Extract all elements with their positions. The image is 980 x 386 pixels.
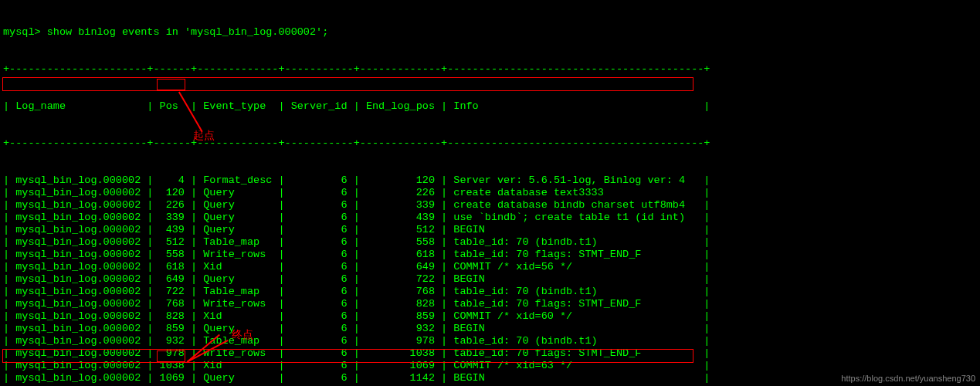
table-row: | mysql_bin_log.000002 | 339 | Query | 6… [3,212,977,224]
table-header: | Log_name | Pos | Event_type | Server_i… [3,100,977,113]
table-row: | mysql_bin_log.000002 | 828 | Xid | 6 |… [3,310,977,323]
table-row: | mysql_bin_log.000002 | 978 | Write_row… [3,347,977,360]
mysql-prompt: mysql> show binlog events in 'mysql_bin_… [3,26,328,39]
table-row: | mysql_bin_log.000002 | 439 | Query | 6… [3,224,977,236]
table-row-text: | mysql_bin_log.000002 | 1038 | Xid | 6 … [3,360,710,372]
table-row-text: | mysql_bin_log.000002 | 226 | Query | 6… [3,199,710,212]
table-row-text: | mysql_bin_log.000002 | 722 | Table_map… [3,286,710,298]
table-border-top: +----------------------+------+---------… [3,63,977,76]
table-row-text: | mysql_bin_log.000002 | 1069 | Query | … [3,372,710,384]
table-row: | mysql_bin_log.000002 | 512 | Table_map… [3,236,977,249]
table-row-text: | mysql_bin_log.000002 | 439 | Query | 6… [3,224,710,236]
table-border-mid: +----------------------+------+---------… [3,137,977,150]
table-row: | mysql_bin_log.000002 | 558 | Write_row… [3,249,977,261]
table-row: | mysql_bin_log.000002 | 859 | Query | 6… [3,323,977,335]
table-row-text: | mysql_bin_log.000002 | 932 | Table_map… [3,335,710,347]
table-row-text: | mysql_bin_log.000002 | 120 | Query | 6… [3,187,710,199]
table-row-text: | mysql_bin_log.000002 | 978 | Write_row… [3,347,710,360]
table-row: | mysql_bin_log.000002 | 722 | Table_map… [3,286,977,298]
table-row: | mysql_bin_log.000002 | 1069 | Query | … [3,372,977,384]
table-row: | mysql_bin_log.000002 | 768 | Write_row… [3,298,977,310]
table-row-text: | mysql_bin_log.000002 | 339 | Query | 6… [3,212,710,224]
table-row: | mysql_bin_log.000002 | 226 | Query | 6… [3,199,977,212]
table-row-text: | mysql_bin_log.000002 | 4 | Format_desc… [3,174,710,187]
table-row: | mysql_bin_log.000002 | 4 | Format_desc… [3,174,977,187]
table-row-text: | mysql_bin_log.000002 | 859 | Query | 6… [3,323,710,335]
table-row-text: | mysql_bin_log.000002 | 618 | Xid | 6 |… [3,261,710,273]
watermark: https://blog.csdn.net/yuansheng730 [841,372,975,384]
table-row-text: | mysql_bin_log.000002 | 649 | Query | 6… [3,273,710,286]
table-row: | mysql_bin_log.000002 | 649 | Query | 6… [3,273,977,286]
table-row: | mysql_bin_log.000002 | 618 | Xid | 6 |… [3,261,977,273]
prompt-line: mysql> show binlog events in 'mysql_bin_… [3,26,977,39]
table-row-text: | mysql_bin_log.000002 | 512 | Table_map… [3,236,710,249]
table-row-text: | mysql_bin_log.000002 | 768 | Write_row… [3,298,710,310]
table-row-text: | mysql_bin_log.000002 | 828 | Xid | 6 |… [3,310,710,323]
table-row: | mysql_bin_log.000002 | 1038 | Xid | 6 … [3,360,977,372]
terminal-output[interactable]: mysql> show binlog events in 'mysql_bin_… [0,0,980,386]
table-row: | mysql_bin_log.000002 | 932 | Table_map… [3,335,977,347]
table-row: | mysql_bin_log.000002 | 120 | Query | 6… [3,187,977,199]
table-row-text: | mysql_bin_log.000002 | 558 | Write_row… [3,249,710,261]
